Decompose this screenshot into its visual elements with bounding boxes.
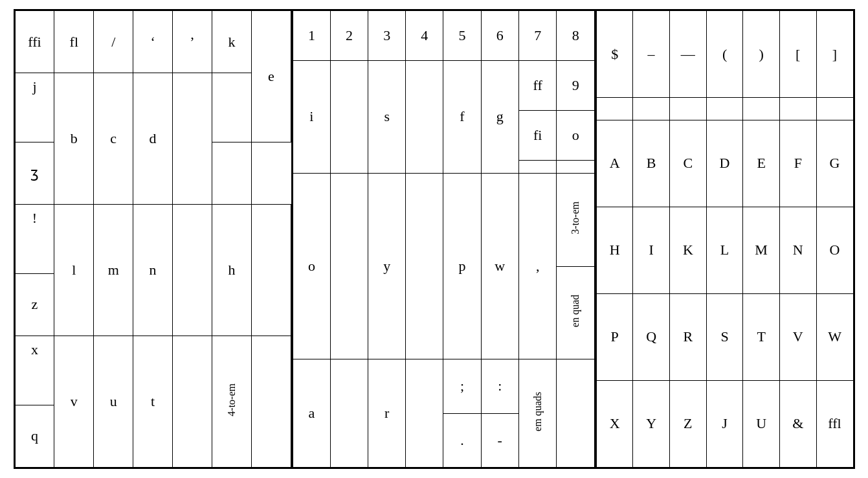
cell-period: . [443,413,481,467]
cell-empty-s2h [406,359,443,468]
cell-comma: , [518,173,556,359]
cell-L: L [706,207,742,293]
cell-M: M [743,207,780,293]
cell-v: v [54,336,94,467]
section3-table: $ – — ( ) [ ] [596,10,853,468]
cell-lbracket: [ [780,11,817,98]
cell-P: P [597,293,633,380]
cell-ffi: ffi [15,11,54,73]
cell-K: K [669,207,706,293]
cell-H: H [597,207,633,293]
cell-enquad: en quad [557,266,595,359]
cell-w: w [481,173,518,359]
cell-lparen: ( [706,11,742,98]
cell-empty-s2b [406,60,443,173]
section-1: ffi fl / ‘ ’ k e j b c d [14,10,292,468]
cell-d: d [133,73,173,205]
cell-m: m [94,204,133,336]
cell-empty5 [173,336,212,467]
cell-emquads: em quads [518,359,556,468]
cell-r: r [368,359,406,468]
section-2: 1 2 3 4 5 6 7 8 i s f g ff [292,10,595,468]
cell-2: 2 [330,11,368,61]
section1-table: ffi fl / ‘ ’ k e j b c d [15,10,291,468]
cell-empty-s2a [330,60,368,173]
cell-rquote: ’ [173,11,212,73]
cell-empty-s3d [706,98,742,120]
cell-p: p [443,173,481,359]
cell-b: b [54,73,94,205]
cell-i: i [293,60,330,173]
cell-ezh: ʒ [15,142,54,204]
cell-y: y [368,173,406,359]
cell-3toem: 3-to-em [557,173,595,266]
cell-U: U [743,380,780,467]
cell-o-num: o [557,110,595,160]
cell-empty-s3e [743,98,780,120]
cell-1: 1 [293,11,330,61]
cell-ffl: ffl [816,380,853,467]
cell-Y: Y [633,380,669,467]
cell-B: B [633,120,669,207]
cell-ff: ff [518,60,556,110]
cell-6: 6 [481,11,518,61]
cell-S: S [706,293,742,380]
section-3: $ – — ( ) [ ] [595,10,854,468]
cell-A: A [597,120,633,207]
cell-X: X [597,380,633,467]
cell-j: j [15,73,54,142]
cell-colon: : [481,359,518,413]
cell-G: G [816,120,853,207]
cell-empty-s2f [406,173,443,359]
cell-empty-s3g [816,98,853,120]
cell-ampersand: & [780,380,817,467]
cell-f: f [443,60,481,173]
cell-lquote: ‘ [133,11,173,73]
cell-T: T [743,293,780,380]
cell-empty1 [173,73,212,205]
cell-Z: Z [669,380,706,467]
cell-R: R [669,293,706,380]
cell-rparen: ) [743,11,780,98]
cell-endash: – [633,11,669,98]
cell-empty3 [173,204,212,336]
cell-emdash: — [669,11,706,98]
cell-J: J [706,380,742,467]
cell-e: e [251,11,291,142]
cell-N: N [780,207,817,293]
cell-E: E [743,120,780,207]
cell-empty2 [212,142,251,204]
cell-t: t [133,336,173,467]
cell-h: h [212,204,251,336]
cell-x: x [15,336,54,405]
cell-7: 7 [518,11,556,61]
cell-k: k [212,11,251,73]
cell-9: 9 [557,60,595,110]
cell-empty-s2c [518,160,556,173]
cell-g: g [481,60,518,173]
cell-D: D [706,120,742,207]
cell-8: 8 [557,11,595,61]
cell-4toem: 4-to-em [212,336,251,467]
cell-W: W [816,293,853,380]
cell-empty-s2e [330,173,368,359]
cell-Q: Q [633,293,669,380]
cell-hyphen: - [481,413,518,467]
cell-l: l [54,204,94,336]
cell-empty-s3a [597,98,633,120]
cell-empty-s3f [780,98,817,120]
cell-F: F [780,120,817,207]
cell-fi: fi [518,110,556,160]
cell-empty-s2g [330,359,368,468]
cell-3: 3 [368,11,406,61]
section2-table: 1 2 3 4 5 6 7 8 i s f g ff [293,10,595,468]
cell-n: n [133,204,173,336]
cell-fl: fl [54,11,94,73]
cell-empty-s3c [669,98,706,120]
main-table: ffi fl / ‘ ’ k e j b c d [14,9,855,469]
cell-excl: ! [15,204,54,273]
cell-semicolon: ; [443,359,481,413]
cell-O: O [816,207,853,293]
cell-c: c [94,73,133,205]
cell-C: C [669,120,706,207]
